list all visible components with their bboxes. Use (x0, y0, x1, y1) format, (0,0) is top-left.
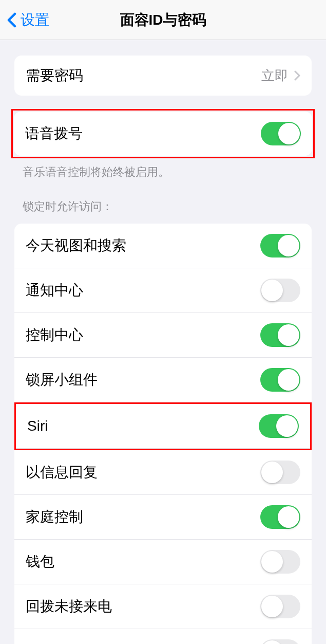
lock-item-toggle[interactable] (260, 461, 300, 484)
toggle-knob (278, 324, 299, 346)
require-passcode-row[interactable]: 需要密码 立即 (14, 56, 312, 96)
page-title: 面容ID与密码 (120, 10, 206, 30)
lock-item-toggle[interactable] (260, 505, 300, 529)
require-passcode-label: 需要密码 (26, 66, 83, 85)
lock-item-toggle[interactable] (260, 279, 300, 302)
lock-item-label: USB配件 (26, 641, 84, 644)
back-label: 设置 (21, 10, 49, 30)
lock-item-label: 通知中心 (26, 281, 83, 300)
lock-item-toggle[interactable] (260, 639, 300, 644)
passcode-group: 需要密码 立即 (14, 56, 312, 96)
toggle-knob (276, 415, 298, 437)
lock-item-toggle[interactable] (260, 234, 300, 257)
voice-dial-label: 语音拨号 (25, 124, 83, 143)
toggle-knob (261, 462, 283, 483)
voice-dial-footer: 音乐语音控制将始终被启用。 (0, 158, 326, 180)
lock-item-row: 锁屏小组件 (14, 358, 312, 402)
lock-item-label: Siri (27, 418, 48, 434)
lock-item-label: 钱包 (26, 552, 54, 572)
lock-item-row: 钱包 (14, 540, 312, 584)
lock-item-toggle[interactable] (260, 595, 300, 618)
toggle-knob (261, 280, 283, 301)
lock-access-header: 锁定时允许访问： (0, 199, 326, 219)
voice-dial-group: 语音拨号 (14, 112, 312, 156)
lock-item-toggle[interactable] (259, 414, 299, 438)
lock-item-row: USB配件 (14, 629, 312, 644)
toggle-knob (278, 506, 299, 528)
lock-access-group: 今天视图和搜索通知中心控制中心锁屏小组件Siri以信息回复家庭控制钱包回拨未接来… (14, 224, 312, 644)
lock-item-label: 家庭控制 (26, 507, 83, 527)
toggle-knob (261, 596, 283, 617)
lock-item-label: 以信息回复 (26, 463, 98, 482)
lock-item-row: 家庭控制 (14, 495, 312, 540)
chevron-right-icon (294, 70, 300, 81)
toggle-knob (261, 640, 283, 644)
lock-item-row: Siri (16, 404, 310, 449)
lock-item-row: 回拨未接来电 (14, 584, 312, 629)
lock-item-row: 通知中心 (14, 268, 312, 313)
navigation-header: 设置 面容ID与密码 (0, 0, 326, 40)
siri-highlight: Siri (14, 402, 312, 450)
toggle-knob (278, 369, 299, 391)
lock-item-row: 以信息回复 (14, 450, 312, 495)
require-passcode-value: 立即 (261, 67, 300, 85)
lock-item-toggle[interactable] (260, 323, 300, 347)
lock-item-label: 控制中心 (26, 325, 83, 345)
lock-item-row: 控制中心 (14, 313, 312, 358)
lock-item-label: 回拨未接来电 (26, 597, 112, 616)
lock-item-label: 锁屏小组件 (26, 370, 98, 390)
back-button[interactable]: 设置 (7, 10, 49, 30)
lock-item-label: 今天视图和搜索 (26, 236, 126, 255)
lock-item-toggle[interactable] (260, 550, 300, 574)
toggle-knob (278, 235, 299, 256)
voice-dial-row: 语音拨号 (14, 112, 312, 156)
lock-item-toggle[interactable] (260, 368, 300, 392)
lock-item-row: 今天视图和搜索 (14, 224, 312, 268)
passcode-value-text: 立即 (261, 67, 288, 85)
toggle-knob (278, 123, 300, 144)
voice-dial-toggle[interactable] (261, 122, 301, 145)
toggle-knob (261, 551, 283, 573)
chevron-left-icon (7, 12, 16, 28)
voice-dial-highlight: 语音拨号 (11, 109, 315, 158)
